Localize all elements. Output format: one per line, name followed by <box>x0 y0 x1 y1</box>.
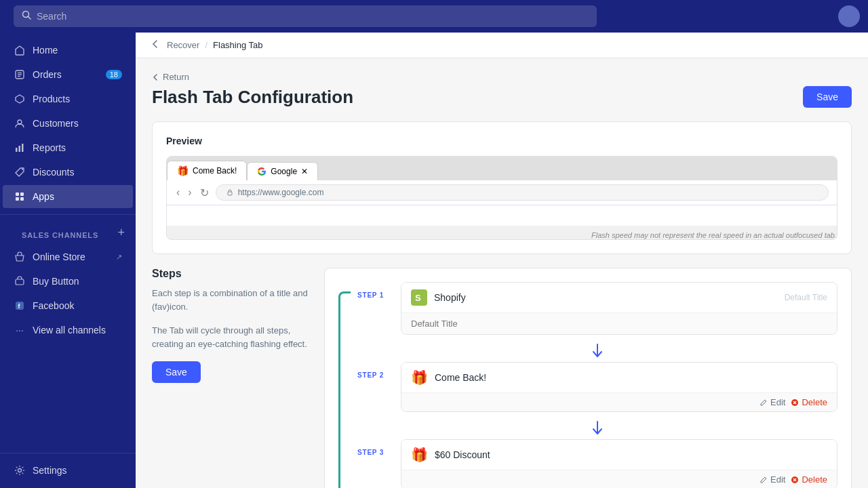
sidebar-item-settings[interactable]: Settings <box>3 459 133 482</box>
save-button-steps[interactable]: Save <box>152 361 201 383</box>
sidebar-label-products: Products <box>33 94 70 104</box>
preview-title: Preview <box>166 136 837 146</box>
address-url: https://www.google.com <box>238 188 324 197</box>
steps-heading: Steps <box>152 268 308 280</box>
breadcrumb-icon <box>152 39 161 51</box>
topbar <box>0 0 868 33</box>
sidebar-label-facebook: Facebook <box>33 300 74 311</box>
step-arrow-2 <box>357 418 837 439</box>
reload-button[interactable]: ↻ <box>199 185 210 201</box>
step-2-title: Come Back! <box>435 372 827 383</box>
step-1-card: S Shopify Default Title <box>401 282 837 335</box>
svg-rect-20 <box>228 192 232 195</box>
step-2-edit-label: Edit <box>770 397 785 407</box>
steps-desc2: The Tab will cycle through all steps, cr… <box>152 324 308 350</box>
sidebar-item-view-all-channels[interactable]: ··· View all channels <box>3 319 133 342</box>
orders-icon <box>14 68 26 81</box>
step-3-delete-button[interactable]: Delete <box>791 474 827 485</box>
sidebar-label-settings: Settings <box>33 465 67 476</box>
flash-note: Flash speed may not represent the real s… <box>167 226 837 239</box>
step-3-header: 🎁 $60 Discount <box>401 440 837 470</box>
search-icon <box>22 10 31 22</box>
apps-icon <box>14 190 26 203</box>
sidebar-item-orders[interactable]: Orders 18 <box>3 63 133 86</box>
gift-icon-3: 🎁 <box>411 447 428 463</box>
sidebar-item-home[interactable]: Home <box>3 39 133 62</box>
settings-icon <box>14 464 26 476</box>
sidebar-label-apps: Apps <box>33 191 54 202</box>
sidebar-item-discounts[interactable]: Discounts <box>3 161 133 184</box>
sidebar-item-customers[interactable]: Customers <box>3 112 133 135</box>
edit-icon-3 <box>760 476 768 484</box>
breadcrumb-parent[interactable]: Recover <box>167 40 199 50</box>
sidebar-item-online-store[interactable]: Online Store ↗ <box>3 245 133 268</box>
step-3-edit-label: Edit <box>770 474 785 485</box>
sidebar-divider <box>0 214 136 215</box>
sidebar-divider-bottom <box>0 453 136 453</box>
svg-rect-10 <box>22 144 24 152</box>
delete-icon-2 <box>791 399 799 407</box>
step-2-delete-button[interactable]: Delete <box>791 397 827 407</box>
flow-bracket <box>338 291 351 488</box>
step-3-delete-label: Delete <box>802 474 827 485</box>
svg-rect-16 <box>16 279 24 285</box>
sidebar-item-apps[interactable]: Apps <box>3 185 133 208</box>
step-2-edit-button[interactable]: Edit <box>760 397 785 407</box>
svg-point-19 <box>18 469 22 472</box>
delete-icon-3 <box>791 476 799 484</box>
shopify-icon: S <box>411 289 427 306</box>
svg-point-7 <box>18 120 22 124</box>
step-2-header: 🎁 Come Back! <box>401 363 837 392</box>
main-content: Recover / Flashing Tab Return Flash Tab … <box>136 33 868 488</box>
external-link-icon: ↗ <box>116 253 122 262</box>
save-button-top[interactable]: Save <box>803 86 852 108</box>
step-3-row: STEP 3 🎁 $60 Discount <box>357 439 837 488</box>
sidebar-label-customers: Customers <box>33 118 79 129</box>
gift-icon-2: 🎁 <box>411 369 428 386</box>
google-tab-label: Google <box>271 167 297 176</box>
page-container: Return Flash Tab Configuration Save Prev… <box>136 58 868 488</box>
return-link[interactable]: Return <box>152 72 852 82</box>
close-google-tab[interactable]: ✕ <box>301 167 308 176</box>
step-1-placeholder: Default Title <box>785 293 827 302</box>
svg-rect-14 <box>16 197 19 201</box>
step-1-header: S Shopify Default Title <box>401 283 837 312</box>
step-2-delete-label: Delete <box>802 397 827 407</box>
tab-google[interactable]: Google ✕ <box>247 162 318 180</box>
google-icon <box>257 167 267 176</box>
svg-line-1 <box>28 17 31 20</box>
back-button[interactable]: ‹ <box>175 185 181 200</box>
sidebar-label-buy-button: Buy Button <box>33 276 79 287</box>
home-icon <box>14 44 26 56</box>
come-back-tab-label: Come Back! <box>193 166 237 176</box>
sales-channels-header: SALES CHANNELS + <box>0 220 136 245</box>
step-2-actions: Edit Delete <box>401 392 837 411</box>
customers-icon <box>14 117 26 129</box>
facebook-icon: f <box>14 300 26 312</box>
sidebar-label-orders: Orders <box>33 69 62 80</box>
avatar <box>838 5 860 27</box>
layout: Home Orders 18 Products Customers Repo <box>0 33 868 488</box>
sidebar-item-products[interactable]: Products <box>3 87 133 110</box>
sidebar-item-facebook[interactable]: f Facebook <box>3 294 133 317</box>
step-3-edit-button[interactable]: Edit <box>760 474 785 485</box>
online-store-icon <box>14 251 26 263</box>
forward-button[interactable]: › <box>186 185 193 200</box>
steps-right: STEP 1 S Shopify <box>324 268 852 488</box>
step-1-title: Shopify <box>434 292 778 303</box>
sidebar-item-buy-button[interactable]: Buy Button <box>3 270 133 293</box>
sidebar-label-online-store: Online Store <box>33 251 85 262</box>
svg-marker-6 <box>16 95 24 103</box>
search-input[interactable] <box>37 11 589 22</box>
edit-icon <box>760 399 768 407</box>
search-bar[interactable] <box>14 5 597 27</box>
breadcrumb: Recover / Flashing Tab <box>136 33 868 58</box>
view-all-channels-label: View all channels <box>33 325 106 336</box>
add-channel-button[interactable]: + <box>117 226 125 239</box>
step-1-input[interactable] <box>401 312 837 334</box>
return-label: Return <box>163 72 189 82</box>
address-field[interactable]: https://www.google.com <box>216 184 829 201</box>
sidebar-item-reports[interactable]: Reports <box>3 136 133 159</box>
tab-come-back[interactable]: 🎁 Come Back! <box>167 161 247 180</box>
svg-rect-8 <box>16 148 18 152</box>
